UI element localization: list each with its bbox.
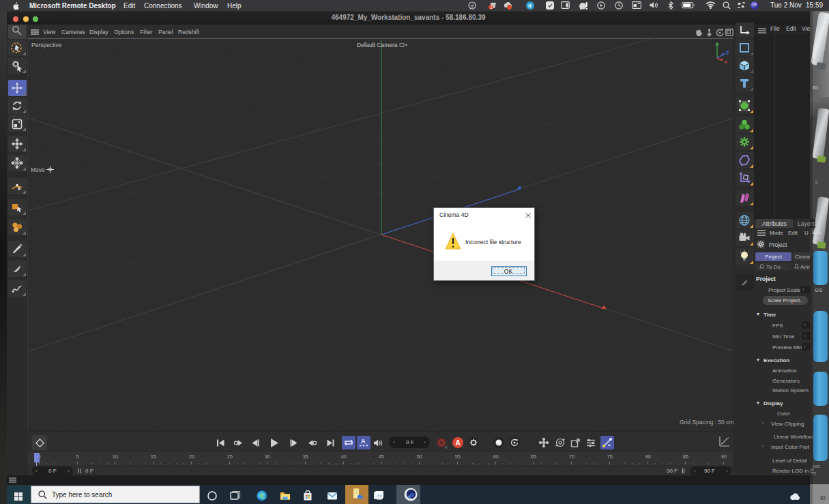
svg-text:1: 1 xyxy=(490,5,493,10)
svg-text:x: x xyxy=(725,59,728,65)
svg-text:d: d xyxy=(470,3,473,9)
svg-text:it: it xyxy=(528,3,532,9)
svg-text:Z: Z xyxy=(726,50,729,56)
svg-text:A: A xyxy=(455,439,460,447)
svg-text:A: A xyxy=(361,438,366,445)
